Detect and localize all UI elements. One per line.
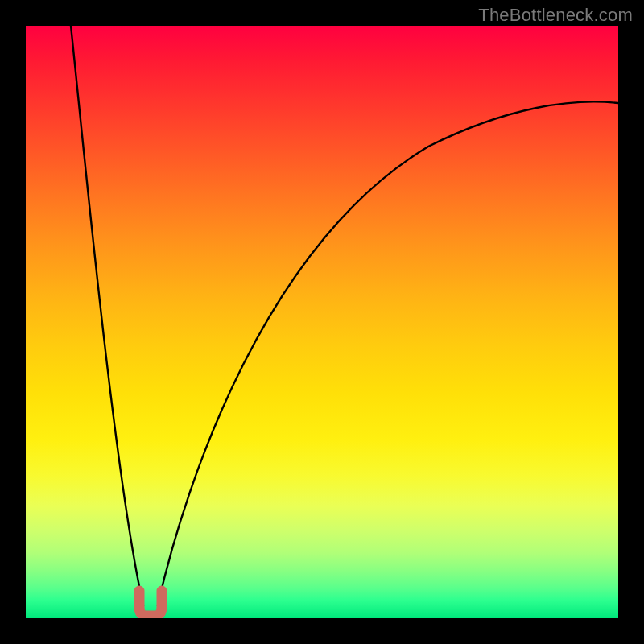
trough-nub <box>139 591 162 616</box>
chart-frame: TheBottleneck.com <box>0 0 644 644</box>
curve-layer <box>26 26 618 618</box>
watermark-text: TheBottleneck.com <box>478 5 633 26</box>
curve-left-branch <box>71 26 143 605</box>
gradient-plot-area <box>26 26 618 618</box>
curve-right-branch <box>158 101 618 605</box>
